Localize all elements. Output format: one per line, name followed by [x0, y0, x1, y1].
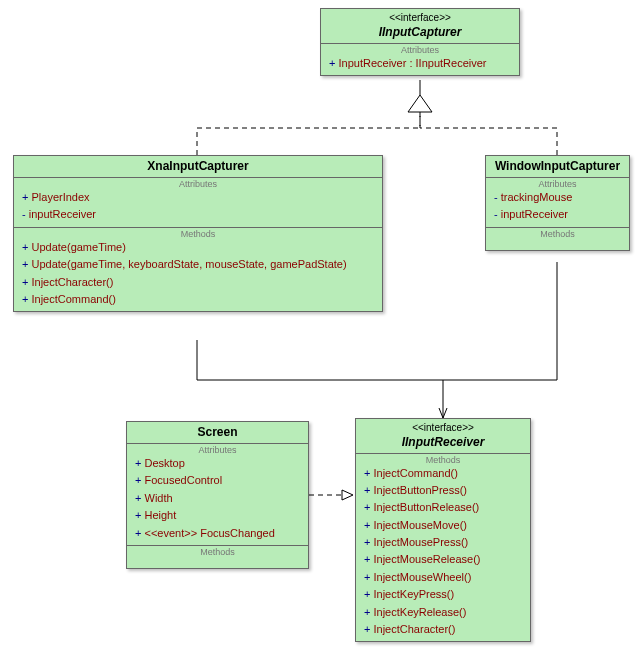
class-header: WindowInputCapturer — [486, 156, 629, 178]
method-row: + InjectCommand() — [356, 465, 530, 482]
class-screen: Screen Attributes + Desktop + FocusedCon… — [126, 421, 309, 569]
class-header: XnaInputCapturer — [14, 156, 382, 178]
stereotype: <<interface>> — [327, 12, 513, 25]
methods-section: Methods — [486, 228, 629, 250]
method-row: + InjectCharacter() — [356, 621, 530, 638]
method-row: + InjectButtonRelease() — [356, 499, 530, 516]
class-name: IInputCapturer — [327, 25, 513, 40]
stereotype: <<interface>> — [362, 422, 524, 435]
class-header: <<interface>> IInputReceiver — [356, 419, 530, 454]
visibility: + — [329, 57, 335, 69]
attribute-row: + InputReceiver : IInputReceiver — [321, 55, 519, 72]
attribute-row: + PlayerIndex — [14, 189, 382, 206]
section-label: Attributes — [486, 178, 629, 189]
method-row: + InjectCharacter() — [14, 274, 382, 291]
class-iinputcapturer: <<interface>> IInputCapturer Attributes … — [320, 8, 520, 76]
section-label: Methods — [356, 454, 530, 465]
method-row: + InjectMouseRelease() — [356, 551, 530, 568]
class-name: XnaInputCapturer — [20, 159, 376, 174]
methods-section: Methods — [127, 546, 308, 568]
attribute-row: - inputReceiver — [486, 206, 629, 223]
attributes-section: Attributes - trackingMouse - inputReceiv… — [486, 178, 629, 228]
attribute-row: - inputReceiver — [14, 206, 382, 223]
class-name: Screen — [133, 425, 302, 440]
method-row: + InjectCommand() — [14, 291, 382, 308]
class-xnainputcapturer: XnaInputCapturer Attributes + PlayerInde… — [13, 155, 383, 312]
method-row: + Update(gameTime) — [14, 239, 382, 256]
class-header: <<interface>> IInputCapturer — [321, 9, 519, 44]
section-label: Methods — [127, 546, 308, 557]
attribute-row: - trackingMouse — [486, 189, 629, 206]
methods-section: Methods + InjectCommand() + InjectButton… — [356, 454, 530, 642]
attribute-row: + Desktop — [127, 455, 308, 472]
method-row: + Update(gameTime, keyboardState, mouseS… — [14, 256, 382, 273]
member-name: InputReceiver — [339, 57, 407, 69]
method-row: + InjectButtonPress() — [356, 482, 530, 499]
method-row: + InjectMousePress() — [356, 534, 530, 551]
attributes-section: Attributes + PlayerIndex - inputReceiver — [14, 178, 382, 228]
class-name: WindowInputCapturer — [492, 159, 623, 174]
method-row: + InjectKeyPress() — [356, 586, 530, 603]
attributes-section: Attributes + Desktop + FocusedControl + … — [127, 444, 308, 546]
attribute-row: + FocusedControl — [127, 472, 308, 489]
section-label: Attributes — [127, 444, 308, 455]
class-windowinputcapturer: WindowInputCapturer Attributes - trackin… — [485, 155, 630, 251]
section-label: Attributes — [14, 178, 382, 189]
attribute-row: + <<event>> FocusChanged — [127, 525, 308, 542]
attribute-row: + Width — [127, 490, 308, 507]
class-name: IInputReceiver — [362, 435, 524, 450]
section-label: Attributes — [321, 44, 519, 55]
section-label: Methods — [14, 228, 382, 239]
method-row: + InjectKeyRelease() — [356, 604, 530, 621]
member-type: : IInputReceiver — [406, 57, 486, 69]
section-label: Methods — [486, 228, 629, 239]
method-row: + InjectMouseWheel() — [356, 569, 530, 586]
class-iinputreceiver: <<interface>> IInputReceiver Methods + I… — [355, 418, 531, 642]
attributes-section: Attributes + InputReceiver : IInputRecei… — [321, 44, 519, 75]
methods-section: Methods + Update(gameTime) + Update(game… — [14, 228, 382, 312]
attribute-row: + Height — [127, 507, 308, 524]
method-row: + InjectMouseMove() — [356, 517, 530, 534]
class-header: Screen — [127, 422, 308, 444]
